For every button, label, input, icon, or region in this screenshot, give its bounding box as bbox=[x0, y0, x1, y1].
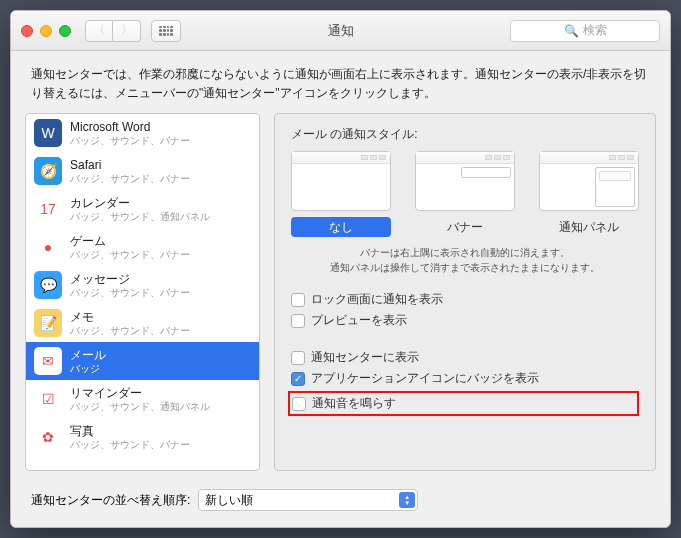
sidebar-item-text: Microsoft Wordバッジ、サウンド、バナー bbox=[70, 120, 190, 147]
sidebar-item-text: メールバッジ bbox=[70, 348, 106, 375]
check-label-center: 通知センターに表示 bbox=[311, 349, 419, 366]
footer: 通知センターの並べ替え順序: 新しい順 ▲▼ bbox=[11, 479, 670, 527]
sidebar-item-gamecenter[interactable]: ●ゲームバッジ、サウンド、バナー bbox=[26, 228, 259, 266]
checkbox-badge[interactable]: ✓ bbox=[291, 372, 305, 386]
messages-icon: 💬 bbox=[34, 271, 62, 299]
app-name: カレンダー bbox=[70, 196, 210, 211]
description-text: 通知センターでは、作業の邪魔にならないように通知が画面右上に表示されます。通知セ… bbox=[11, 51, 670, 113]
minimize-icon[interactable] bbox=[40, 25, 52, 37]
main-area: WMicrosoft Wordバッジ、サウンド、バナー🧭Safariバッジ、サウ… bbox=[11, 113, 670, 479]
app-sub: バッジ、サウンド、バナー bbox=[70, 439, 190, 451]
prefs-window: 〈 〉 通知 🔍 検索 通知センターでは、作業の邪魔にならないように通知が画面右… bbox=[10, 10, 671, 528]
app-sub: バッジ、サウンド、通知パネル bbox=[70, 401, 210, 413]
traffic-lights bbox=[21, 25, 71, 37]
titlebar: 〈 〉 通知 🔍 検索 bbox=[11, 11, 670, 51]
app-sub: バッジ、サウンド、バナー bbox=[70, 287, 190, 299]
style-panel[interactable]: 通知パネル bbox=[539, 151, 639, 237]
app-sub: バッジ、サウンド、通知パネル bbox=[70, 211, 210, 223]
notes-icon: 📝 bbox=[34, 309, 62, 337]
style-none[interactable]: なし bbox=[291, 151, 391, 237]
reminders-icon: ☑ bbox=[34, 385, 62, 413]
close-icon[interactable] bbox=[21, 25, 33, 37]
checkbox-lock[interactable] bbox=[291, 293, 305, 307]
sidebar-item-word[interactable]: WMicrosoft Wordバッジ、サウンド、バナー bbox=[26, 114, 259, 152]
back-button[interactable]: 〈 bbox=[85, 20, 113, 42]
app-sub: バッジ、サウンド、バナー bbox=[70, 135, 190, 147]
sidebar-item-text: ゲームバッジ、サウンド、バナー bbox=[70, 234, 190, 261]
app-sidebar[interactable]: WMicrosoft Wordバッジ、サウンド、バナー🧭Safariバッジ、サウ… bbox=[25, 113, 260, 471]
app-name: メール bbox=[70, 348, 106, 363]
sidebar-item-text: メモバッジ、サウンド、バナー bbox=[70, 310, 190, 337]
sort-value: 新しい順 bbox=[205, 492, 253, 509]
preview-panel-icon bbox=[539, 151, 639, 211]
word-icon: W bbox=[34, 119, 62, 147]
sidebar-item-safari[interactable]: 🧭Safariバッジ、サウンド、バナー bbox=[26, 152, 259, 190]
check-preview[interactable]: プレビューを表示 bbox=[291, 312, 639, 329]
sidebar-item-photos[interactable]: ✿写真バッジ、サウンド、バナー bbox=[26, 418, 259, 456]
photos-icon: ✿ bbox=[34, 423, 62, 451]
safari-icon: 🧭 bbox=[34, 157, 62, 185]
checkbox-sound[interactable] bbox=[292, 397, 306, 411]
hint-banner: バナーは右上隅に表示され自動的に消えます。 bbox=[291, 245, 639, 260]
preview-none-icon bbox=[291, 151, 391, 211]
style-none-label: なし bbox=[291, 217, 391, 237]
app-sub: バッジ、サウンド、バナー bbox=[70, 173, 190, 185]
sidebar-item-text: カレンダーバッジ、サウンド、通知パネル bbox=[70, 196, 210, 223]
style-panel-label: 通知パネル bbox=[539, 217, 639, 237]
app-name: Safari bbox=[70, 158, 190, 173]
check-label-lock: ロック画面に通知を表示 bbox=[311, 291, 443, 308]
gamecenter-icon: ● bbox=[34, 233, 62, 261]
app-name: メモ bbox=[70, 310, 190, 325]
search-icon: 🔍 bbox=[564, 24, 579, 38]
show-all-button[interactable] bbox=[151, 20, 181, 42]
app-sub: バッジ bbox=[70, 363, 106, 375]
style-banner[interactable]: バナー bbox=[415, 151, 515, 237]
search-placeholder: 検索 bbox=[583, 22, 607, 39]
hint-panel: 通知パネルは操作して消すまで表示されたままになります。 bbox=[291, 260, 639, 275]
sidebar-item-reminders[interactable]: ☑リマインダーバッジ、サウンド、通知パネル bbox=[26, 380, 259, 418]
sort-select[interactable]: 新しい順 ▲▼ bbox=[198, 489, 418, 511]
app-sub: バッジ、サウンド、バナー bbox=[70, 325, 190, 337]
style-title: メール の通知スタイル: bbox=[291, 126, 639, 143]
checkbox-group: ロック画面に通知を表示プレビューを表示通知センターに表示✓アプリケーションアイコ… bbox=[291, 291, 639, 416]
sidebar-item-text: Safariバッジ、サウンド、バナー bbox=[70, 158, 190, 185]
preview-banner-icon bbox=[415, 151, 515, 211]
mail-icon: ✉ bbox=[34, 347, 62, 375]
style-banner-label: バナー bbox=[415, 217, 515, 237]
calendar-icon: 17 bbox=[34, 195, 62, 223]
nav-buttons: 〈 〉 bbox=[85, 20, 141, 42]
app-name: メッセージ bbox=[70, 272, 190, 287]
app-name: Microsoft Word bbox=[70, 120, 190, 135]
app-sub: バッジ、サウンド、バナー bbox=[70, 249, 190, 261]
style-previews: なし バナー 通知パネル bbox=[291, 151, 639, 237]
check-label-badge: アプリケーションアイコンにバッジを表示 bbox=[311, 370, 539, 387]
sidebar-item-text: メッセージバッジ、サウンド、バナー bbox=[70, 272, 190, 299]
sidebar-item-text: リマインダーバッジ、サウンド、通知パネル bbox=[70, 386, 210, 413]
check-label-preview: プレビューを表示 bbox=[311, 312, 407, 329]
sidebar-item-notes[interactable]: 📝メモバッジ、サウンド、バナー bbox=[26, 304, 259, 342]
app-name: 写真 bbox=[70, 424, 190, 439]
check-badge[interactable]: ✓アプリケーションアイコンにバッジを表示 bbox=[291, 370, 639, 387]
sidebar-item-text: 写真バッジ、サウンド、バナー bbox=[70, 424, 190, 451]
sidebar-item-mail[interactable]: ✉メールバッジ bbox=[26, 342, 259, 380]
check-lock[interactable]: ロック画面に通知を表示 bbox=[291, 291, 639, 308]
checkbox-preview[interactable] bbox=[291, 314, 305, 328]
checkbox-center[interactable] bbox=[291, 351, 305, 365]
select-arrows-icon: ▲▼ bbox=[399, 492, 415, 508]
check-label-sound: 通知音を鳴らす bbox=[312, 395, 396, 412]
app-name: ゲーム bbox=[70, 234, 190, 249]
detail-pane: メール の通知スタイル: なし バナー 通知パネル バナーは右上隅に表示され自動… bbox=[274, 113, 656, 471]
check-sound[interactable]: 通知音を鳴らす bbox=[288, 391, 639, 416]
sidebar-item-messages[interactable]: 💬メッセージバッジ、サウンド、バナー bbox=[26, 266, 259, 304]
check-center[interactable]: 通知センターに表示 bbox=[291, 349, 639, 366]
sidebar-item-calendar[interactable]: 17カレンダーバッジ、サウンド、通知パネル bbox=[26, 190, 259, 228]
forward-button[interactable]: 〉 bbox=[113, 20, 141, 42]
zoom-icon[interactable] bbox=[59, 25, 71, 37]
sort-label: 通知センターの並べ替え順序: bbox=[31, 492, 190, 509]
search-input[interactable]: 🔍 検索 bbox=[510, 20, 660, 42]
app-name: リマインダー bbox=[70, 386, 210, 401]
grid-icon bbox=[159, 26, 173, 36]
style-hints: バナーは右上隅に表示され自動的に消えます。 通知パネルは操作して消すまで表示され… bbox=[291, 245, 639, 275]
